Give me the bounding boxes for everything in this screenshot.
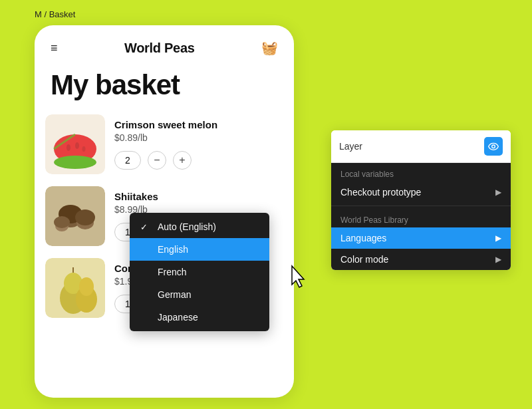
menu-item-label: Checkout prototype [340,187,421,198]
page-title: My basket [35,64,294,114]
lang-label: Auto (English) [158,221,216,232]
hamburger-icon[interactable]: ≡ [51,41,58,55]
layer-panel-header: Layer [331,130,511,163]
eye-icon [488,141,499,152]
chevron-right-icon: ▶ [495,188,501,197]
product-image-mushroom [45,186,105,246]
svg-point-13 [54,216,70,228]
svg-point-19 [79,277,94,296]
svg-point-5 [82,146,86,152]
language-submenu: ✓ Auto (English) English French German J… [130,213,269,331]
layer-menu: Local variables Checkout prototype ▶ Wor… [331,163,511,270]
quantity-badge: 2 [114,151,141,170]
checkmark-icon: ✓ [140,222,151,232]
eye-button[interactable] [484,137,503,156]
section-label-library: World Peas Library [331,209,511,227]
chevron-right-icon: ▶ [495,233,501,243]
breadcrumb: M / Basket [35,9,75,19]
cart-icon[interactable]: 🧺 [261,40,278,56]
lang-label: German [158,289,192,300]
svg-point-3 [66,144,70,151]
menu-item-label: Color mode [340,254,388,265]
lang-item-japanese[interactable]: Japanese [130,306,269,329]
menu-item-color-mode[interactable]: Color mode ▶ [331,249,511,270]
layer-panel: Layer Local variables Checkout prototype… [331,130,511,270]
product-name: Crimson sweet melon [114,119,283,130]
svg-point-4 [75,142,79,149]
app-title: World Peas [124,41,195,56]
list-item: Crimson sweet melon $0.89/lb 2 − + [45,114,283,174]
lang-item-german[interactable]: German [130,283,269,306]
product-image-pear [45,258,105,318]
lang-item-auto[interactable]: ✓ Auto (English) [130,215,269,238]
lang-item-french[interactable]: French [130,261,269,283]
chevron-right-icon: ▶ [495,255,501,264]
svg-point-2 [54,156,96,169]
lang-label: Japanese [158,312,198,323]
mobile-frame: ≡ World Peas 🧺 My basket Crimson sweet m… [35,25,294,398]
divider [331,205,511,206]
menu-item-checkout[interactable]: Checkout prototype ▶ [331,182,511,203]
quantity-controls: 2 − + [114,151,283,170]
section-label-local: Local variables [331,163,511,182]
product-image-melon [45,114,105,174]
layer-label: Layer [339,141,362,152]
product-name: Shiitakes [114,191,283,202]
decrement-button[interactable]: − [148,151,166,170]
lang-item-english[interactable]: English [130,238,269,261]
mobile-header: ≡ World Peas 🧺 [35,25,294,64]
product-info-melon: Crimson sweet melon $0.89/lb 2 − + [114,119,283,170]
menu-item-label: Languages [340,233,386,243]
svg-point-20 [492,145,495,148]
menu-item-languages[interactable]: Languages ▶ [331,227,511,249]
increment-button[interactable]: + [173,151,192,170]
svg-point-11 [75,209,95,225]
lang-label: English [158,244,188,255]
product-price: $0.89/lb [114,132,283,143]
lang-label: French [158,267,187,277]
